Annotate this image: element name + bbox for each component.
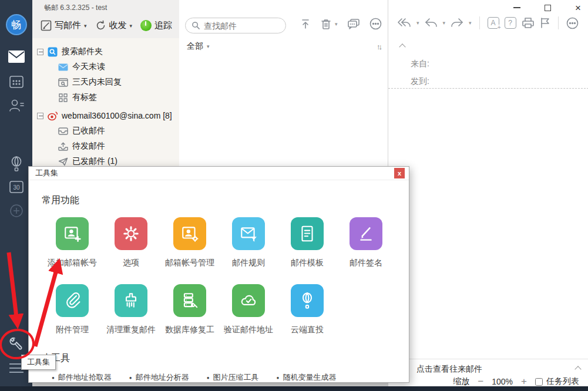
send-receive-caret-icon[interactable]: ▾: [130, 23, 133, 29]
tree-item-no-reply-3days[interactable]: 三天内未回复: [32, 75, 179, 90]
bullet-icon: ●: [52, 375, 55, 380]
tool-options[interactable]: 选项: [102, 217, 160, 268]
zoom-in-button[interactable]: +: [521, 376, 527, 387]
help-icon[interactable]: ?: [505, 17, 516, 29]
zoom-label: 缩放: [453, 376, 469, 387]
dialog-title: 工具集: [35, 168, 58, 178]
task-list-checkbox[interactable]: [535, 378, 543, 386]
trash-caret-icon[interactable]: ▾: [335, 21, 338, 27]
tool-mail-signature[interactable]: 邮件签名: [337, 217, 395, 268]
search-input[interactable]: [204, 21, 274, 31]
chat-icon[interactable]: [347, 18, 360, 30]
compose-button[interactable]: 写邮件 ▾: [41, 20, 87, 31]
compose-label: 写邮件: [55, 20, 81, 31]
wrench-icon: [8, 336, 25, 352]
document-icon: [298, 224, 317, 243]
history-link[interactable]: 点击查看往来邮件: [416, 364, 482, 375]
search-folder-icon: [48, 47, 58, 57]
more-options-icon[interactable]: [369, 18, 382, 30]
close-button[interactable]: ×: [572, 1, 584, 14]
forward-icon[interactable]: [451, 18, 463, 28]
minimize-button[interactable]: [510, 1, 523, 14]
sidebar-item-contacts[interactable]: [0, 98, 32, 113]
search-box[interactable]: [185, 18, 286, 33]
tool-database-repair[interactable]: 数据库修复工: [160, 284, 219, 335]
track-button[interactable]: 追踪: [140, 20, 172, 31]
user-card-gear-icon: [180, 224, 199, 243]
refresh-icon: [95, 20, 106, 31]
small-tool-address-picker[interactable]: ●邮件地址拾取器: [52, 372, 112, 383]
flag-icon[interactable]: [540, 17, 550, 29]
expand-footer-icon[interactable]: [574, 366, 581, 372]
small-tool-random-variable[interactable]: ●随机变量生成器: [277, 372, 337, 383]
task-list-label: 任务列表: [546, 376, 579, 387]
sidebar-item-calendar[interactable]: [0, 75, 32, 89]
dialog-header[interactable]: 工具集 x: [29, 167, 409, 180]
user-card-plus-icon: [63, 224, 82, 243]
sidebar-item-schedule[interactable]: 30: [0, 180, 32, 194]
tree-group-label: 搜索邮件夹: [62, 46, 103, 57]
app-logo[interactable]: 畅: [0, 14, 32, 35]
tool-account-manage[interactable]: 邮箱帐号管理: [160, 217, 219, 268]
tree-item-today-unread[interactable]: 今天未读: [32, 59, 179, 75]
sort-icon[interactable]: ↑↓: [377, 42, 381, 51]
trash-icon[interactable]: [321, 18, 331, 30]
schedule-30-icon: 30: [9, 180, 24, 194]
print-icon[interactable]: [522, 17, 535, 29]
send-receive-label: 收发: [109, 20, 127, 31]
collapse-icon[interactable]: [37, 113, 43, 119]
reply-icon[interactable]: [425, 18, 438, 28]
tool-mail-template[interactable]: 邮件模板: [278, 217, 337, 268]
tree-item-tagged[interactable]: 有标签: [32, 90, 179, 105]
window-bottom-edge: [0, 386, 588, 391]
tree-item-label: 今天未读: [72, 62, 105, 72]
reply-all-icon[interactable]: [397, 18, 411, 28]
tree-item-outbox[interactable]: 待发邮件: [32, 139, 179, 154]
address-block: 来自: 发到:: [400, 41, 429, 87]
conversation-footer[interactable]: 点击查看往来邮件: [388, 359, 588, 375]
window-controls: ×: [510, 0, 584, 15]
tool-row-2: 附件管理 清理重复邮件 数据库修复工 验证邮件地址 云端直投: [29, 284, 409, 335]
gear-icon: [122, 224, 140, 243]
tool-mail-rules[interactable]: 邮件规则: [219, 217, 278, 268]
tree-item-inbox[interactable]: 已收邮件: [32, 123, 179, 139]
archive-up-icon[interactable]: [300, 18, 311, 30]
zoom-out-button[interactable]: −: [478, 376, 483, 387]
maximize-button[interactable]: [541, 1, 554, 14]
dialog-close-button[interactable]: x: [394, 168, 405, 178]
small-tool-image-compress[interactable]: ●图片压缩工具: [207, 372, 259, 383]
collapse-header-icon[interactable]: [399, 43, 405, 50]
tree-group-account[interactable]: webmail360100@sina.com [8]: [32, 108, 179, 123]
collapse-icon[interactable]: [37, 49, 43, 55]
svg-text:30: 30: [13, 184, 20, 191]
tool-add-account[interactable]: 添加邮箱帐号: [43, 217, 102, 268]
compose-caret-icon[interactable]: ▾: [84, 23, 87, 29]
reply-caret-icon[interactable]: ▾: [443, 20, 446, 26]
tree-group-search-folders[interactable]: 搜索邮件夹: [32, 44, 179, 59]
tool-attachment-manage[interactable]: 附件管理: [43, 284, 102, 335]
tool-clean-duplicates[interactable]: 清理重复邮件: [102, 284, 160, 335]
sidebar-item-add[interactable]: [0, 203, 32, 218]
tags-grid-icon: [58, 93, 68, 103]
send-receive-button[interactable]: 收发 ▾: [95, 20, 133, 31]
filter-caret-icon[interactable]: ▾: [207, 43, 210, 49]
section-title-small-tools: 小工具: [42, 352, 409, 365]
sina-account-icon: [48, 111, 58, 121]
filter-all[interactable]: 全部: [187, 41, 203, 52]
sidebar-item-mail[interactable]: [0, 50, 32, 64]
reply-all-caret-icon[interactable]: ▾: [416, 20, 419, 26]
inbox-icon: [58, 126, 68, 136]
brush-icon: [122, 291, 140, 310]
tree-item-label: 已发邮件 (1): [72, 156, 117, 167]
tool-verify-address[interactable]: 验证邮件地址: [219, 284, 278, 335]
tool-cloud-send[interactable]: 云端直投: [278, 284, 337, 335]
more-actions-icon[interactable]: [566, 17, 579, 29]
forward-caret-icon[interactable]: ▾: [469, 20, 472, 26]
zoom-value: 100%: [492, 377, 513, 386]
calendar-icon: [9, 75, 24, 89]
sidebar-item-balloon[interactable]: [0, 156, 32, 172]
balloon-icon: [298, 291, 317, 310]
sidebar-item-tools[interactable]: [0, 336, 32, 352]
font-size-icon[interactable]: A+: [488, 17, 499, 29]
small-tool-address-analyzer[interactable]: ●邮件地址分析器: [129, 372, 189, 383]
